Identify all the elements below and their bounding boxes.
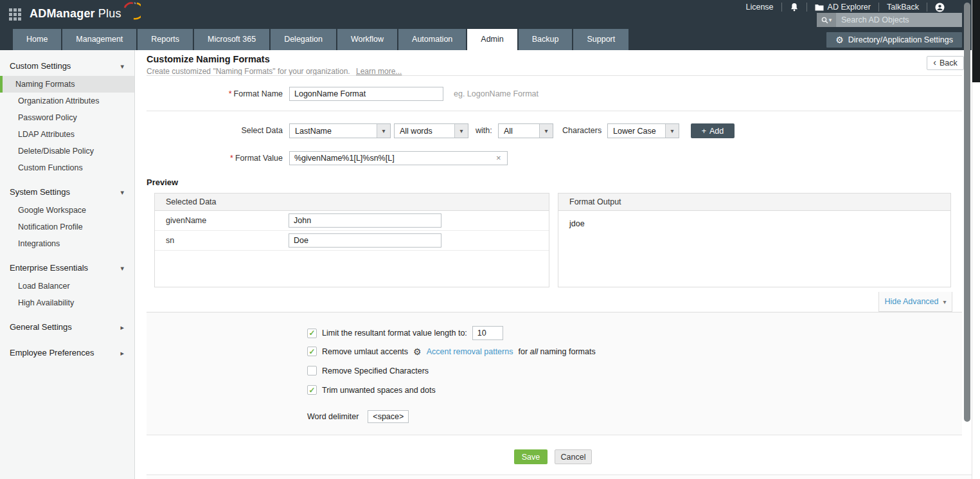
- characters-dropdown[interactable]: Lower Case ▾: [607, 123, 679, 138]
- tab-reports[interactable]: Reports: [138, 29, 193, 50]
- chevron-down-icon: ▾: [943, 298, 947, 305]
- chevron-down-icon: ▾: [120, 183, 124, 202]
- sidebar-section-employee-preferences[interactable]: Employee Preferences ▸: [0, 343, 134, 363]
- select-data-label: Select Data: [147, 126, 283, 135]
- tab-workflow[interactable]: Workflow: [337, 29, 397, 50]
- search-input[interactable]: [836, 13, 962, 27]
- characters-label: Characters: [562, 126, 601, 135]
- attribute-name: givenName: [166, 216, 206, 225]
- preview-heading: Preview: [147, 177, 178, 187]
- app-grid-icon[interactable]: [9, 8, 22, 21]
- learn-more-link[interactable]: Learn more...: [356, 67, 402, 76]
- trim-checkbox[interactable]: ✓: [307, 385, 317, 395]
- limit-length-checkbox[interactable]: ✓: [307, 329, 317, 338]
- sidebar-item-load-balancer[interactable]: Load Balancer: [0, 278, 134, 294]
- tab-microsoft-365[interactable]: Microsoft 365: [194, 29, 269, 50]
- remove-specified-row: ✓ Remove Specified Characters: [307, 366, 429, 375]
- sidebar-item-integrations[interactable]: Integrations: [0, 235, 134, 252]
- sidebar-item-notification-profile[interactable]: Notification Profile: [0, 219, 134, 235]
- tab-delegation[interactable]: Delegation: [271, 29, 336, 50]
- ad-search: ▾: [817, 13, 962, 27]
- with-label: with:: [476, 126, 492, 135]
- directory-application-settings-button[interactable]: ⚙ Directory/Application Settings: [826, 32, 962, 48]
- gear-icon[interactable]: ⚙: [413, 347, 422, 356]
- sidebar-item-google-workspace[interactable]: Google Workspace: [0, 202, 134, 219]
- topbar-links: License AD Explorer TalkBack: [738, 1, 952, 13]
- sidebar-item-password-policy[interactable]: Password Policy: [0, 109, 134, 126]
- format-value-input[interactable]: [289, 151, 508, 165]
- sidebar-item-high-availability[interactable]: High Availability: [0, 294, 134, 311]
- folder-icon: [815, 4, 824, 11]
- sidebar-section-custom-settings[interactable]: Custom Settings ▾: [0, 57, 134, 76]
- browser-scrollbar[interactable]: [972, 0, 980, 479]
- search-scope-button[interactable]: ▾: [817, 13, 836, 27]
- format-name-input[interactable]: [289, 87, 443, 101]
- sidebar-section-general-settings[interactable]: General Settings ▸: [0, 318, 134, 337]
- words-dropdown[interactable]: All words ▾: [394, 123, 468, 138]
- with-dropdown[interactable]: All ▾: [498, 123, 553, 138]
- save-button[interactable]: Save: [514, 449, 548, 464]
- search-scope-caret: ▾: [829, 17, 832, 23]
- tab-management[interactable]: Management: [62, 29, 136, 50]
- chevron-right-icon: ▸: [120, 343, 124, 363]
- umlaut-checkbox[interactable]: ✓: [307, 347, 317, 356]
- sidebar-item-naming-formats[interactable]: Naming Formats: [0, 76, 134, 93]
- umlaut-suffix: for all naming formats: [518, 347, 595, 356]
- next-section-edge: [147, 474, 972, 479]
- sidebar-item-ldap-attributes[interactable]: LDAP Attributes: [0, 126, 134, 143]
- hide-advanced-toggle[interactable]: Hide Advanced ▾: [878, 292, 952, 312]
- format-output-panel: Format Output jdoe: [558, 193, 951, 287]
- user-icon: [935, 3, 945, 12]
- license-link[interactable]: License: [738, 3, 781, 12]
- limit-length-row: ✓ Limit the resultant format value lengt…: [307, 326, 503, 340]
- sidebar-item-delete-disable-policy[interactable]: Delete/Disable Policy: [0, 143, 134, 159]
- app-logo: ADManager Plus: [30, 6, 141, 21]
- word-delimiter-row: Word delimiter: [307, 410, 409, 423]
- table-row: givenName: [155, 211, 549, 231]
- ad-explorer-link[interactable]: AD Explorer: [806, 3, 878, 12]
- trim-label: Trim unwanted spaces and dots: [322, 386, 436, 395]
- sidebar-item-custom-functions[interactable]: Custom Functions: [0, 159, 134, 176]
- selected-data-panel: Selected Data givenName sn: [154, 193, 549, 287]
- remove-specified-checkbox[interactable]: ✓: [307, 366, 317, 375]
- back-button[interactable]: ‹ Back: [927, 56, 964, 70]
- chevron-down-icon: ▾: [120, 57, 124, 76]
- accent-removal-patterns-link[interactable]: Accent removal patterns: [427, 347, 513, 356]
- format-output-value: jdoe: [558, 211, 950, 237]
- givenname-input[interactable]: [289, 213, 441, 228]
- notifications-button[interactable]: [781, 3, 806, 12]
- tab-automation[interactable]: Automation: [398, 29, 466, 50]
- tab-backup[interactable]: Backup: [519, 29, 573, 50]
- back-chevron-icon: ‹: [933, 58, 936, 67]
- sn-input[interactable]: [289, 233, 441, 248]
- page-title: Customize Naming Formats: [147, 54, 270, 64]
- format-name-hint: eg. LogonName Format: [454, 89, 539, 98]
- dropdown-chevron-icon: ▾: [377, 124, 390, 138]
- dropdown-chevron-icon: ▾: [665, 124, 679, 138]
- trim-row: ✓ Trim unwanted spaces and dots: [307, 385, 436, 395]
- user-menu-button[interactable]: [927, 3, 952, 12]
- format-name-label: *Format Name: [147, 89, 283, 98]
- cancel-button[interactable]: Cancel: [555, 449, 592, 464]
- clear-icon[interactable]: ×: [496, 153, 501, 163]
- header-divider: [147, 75, 962, 76]
- browser-scrollbar-thumb[interactable]: [972, 0, 980, 82]
- selected-data-header: Selected Data: [155, 194, 549, 211]
- add-button[interactable]: + Add: [691, 123, 735, 138]
- required-mark: *: [229, 89, 232, 98]
- tab-support[interactable]: Support: [573, 29, 628, 50]
- tab-home[interactable]: Home: [13, 29, 61, 50]
- limit-length-label: Limit the resultant format value length …: [322, 329, 467, 338]
- bell-icon: [790, 3, 799, 12]
- sidebar-section-system-settings[interactable]: System Settings ▾: [0, 183, 134, 202]
- limit-length-input[interactable]: [472, 326, 503, 340]
- plus-icon: +: [702, 127, 706, 136]
- select-data-dropdown[interactable]: LastName ▾: [289, 123, 391, 138]
- sidebar-item-organization-attributes[interactable]: Organization Attributes: [0, 93, 134, 109]
- word-delimiter-input[interactable]: [368, 410, 409, 423]
- tab-admin[interactable]: Admin: [467, 29, 517, 50]
- sidebar-section-enterprise-essentials[interactable]: Enterprise Essentials ▾: [0, 258, 134, 278]
- vertical-scrollbar-thumb[interactable]: [964, 3, 970, 422]
- talkback-link[interactable]: TalkBack: [878, 3, 927, 12]
- top-bar: ADManager Plus License AD Explorer TalkB…: [0, 0, 972, 29]
